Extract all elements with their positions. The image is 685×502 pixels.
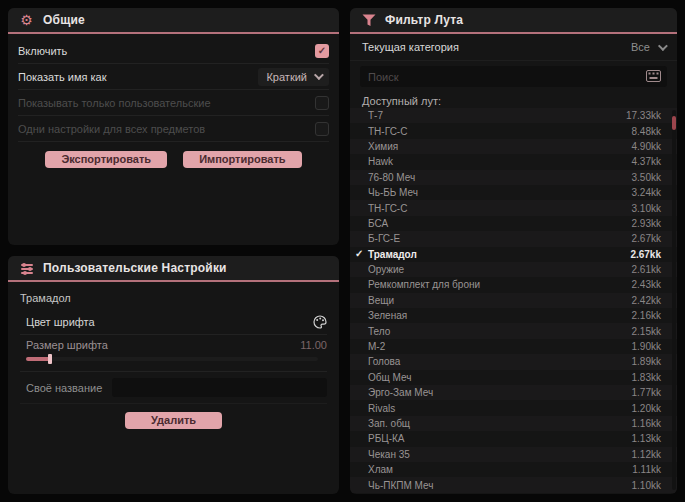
slider-thumb[interactable]: [48, 354, 52, 364]
available-loot-label: Доступный лут:: [362, 95, 665, 107]
loot-item-value: 2.67kk: [630, 249, 661, 260]
loot-list: Т-717.33kkТН-ГС-С8.48kkХимия4.90kkHawk4.…: [350, 108, 677, 492]
loot-item-name: Трамадол: [368, 249, 417, 260]
delete-button[interactable]: Удалить: [125, 412, 222, 429]
loot-item-row[interactable]: Зеленая2.16kk: [350, 308, 677, 323]
custom-name-input[interactable]: [112, 378, 327, 397]
general-panel: ⚙ Общие Включить ✓ Показать имя как Крат…: [8, 8, 339, 245]
loot-item-value: 8.48kk: [632, 126, 661, 137]
loot-item-name: Rivals: [368, 403, 395, 414]
loot-item-name: Чь-ПКПМ Меч: [368, 480, 433, 491]
single-settings-label: Одни настройки для всех предметов: [18, 123, 205, 135]
enable-checkbox[interactable]: ✓: [315, 44, 329, 58]
loot-item-value: 2.43kk: [632, 279, 661, 290]
loot-item-row[interactable]: Чь-БЬ Меч3.24kk: [350, 185, 677, 200]
font-size-slider[interactable]: [26, 354, 318, 364]
loot-item-row[interactable]: 76-80 Меч3.50kk: [350, 170, 677, 185]
loot-item-row[interactable]: Эрго-Зам Меч1.77kk: [350, 385, 677, 400]
chevron-down-icon: [658, 41, 668, 51]
category-label: Текущая категория: [362, 41, 459, 53]
loot-item-row[interactable]: Оружие2.61kk: [350, 262, 677, 277]
name-format-select[interactable]: Краткий: [258, 68, 329, 86]
search-input[interactable]: [360, 66, 667, 87]
loot-item-row[interactable]: Чекан 351.12kk: [350, 447, 677, 462]
import-button[interactable]: Импортировать: [183, 151, 301, 168]
loot-item-name: Оружие: [368, 264, 404, 275]
loot-item-row[interactable]: Чь-ПКПМ Меч1.10kk: [350, 477, 677, 492]
loot-item-name: РБЦ-КА: [368, 433, 404, 444]
keyboard-icon[interactable]: [646, 70, 661, 82]
font-size-label: Размер шрифта: [26, 339, 108, 351]
loot-item-name: Б-ГС-Е: [368, 233, 400, 244]
category-value: Все: [631, 41, 650, 53]
loot-item-row[interactable]: Зап. общ1.16kk: [350, 416, 677, 431]
loot-item-value: 4.37kk: [632, 156, 661, 167]
loot-item-name: 76-80 Меч: [368, 172, 415, 183]
loot-item-name: Общ Меч: [368, 372, 411, 383]
loot-item-name: Hawk: [368, 156, 393, 167]
loot-item-name: Голова: [368, 356, 400, 367]
loot-item-value: 1.89kk: [632, 356, 661, 367]
loot-item-value: 2.61kk: [632, 264, 661, 275]
loot-item-row[interactable]: Т-717.33kk: [350, 108, 677, 123]
loot-item-value: 1.20kk: [632, 403, 661, 414]
palette-icon[interactable]: [313, 315, 327, 329]
loot-item-row[interactable]: ✓Трамадол2.67kk: [350, 247, 677, 262]
loot-item-row[interactable]: Химия4.90kk: [350, 139, 677, 154]
loot-item-row[interactable]: Общ Меч1.83kk: [350, 370, 677, 385]
loot-item-value: 3.50kk: [632, 172, 661, 183]
user-settings-icon: [19, 261, 34, 276]
loot-item-row[interactable]: Вещи2.42kk: [350, 293, 677, 308]
loot-item-value: 1.11kk: [632, 464, 661, 475]
loot-item-row[interactable]: БСА2.93kk: [350, 216, 677, 231]
font-color-label: Цвет шрифта: [26, 316, 95, 328]
loot-item-row[interactable]: Rivals1.20kk: [350, 400, 677, 415]
loot-item-row[interactable]: Тело2.15kk: [350, 323, 677, 338]
loot-item-row[interactable]: Hawk4.37kk: [350, 154, 677, 169]
loot-item-value: 1.77kk: [632, 387, 661, 398]
scrollbar[interactable]: [672, 110, 676, 490]
loot-item-name: М-2: [368, 341, 385, 352]
loot-item-row[interactable]: ТН-ГС-С8.48kk: [350, 123, 677, 138]
loot-item-value: 3.10kk: [632, 203, 661, 214]
loot-item-value: 3.24kk: [632, 187, 661, 198]
category-select[interactable]: Все: [631, 41, 665, 53]
slider-fill: [26, 357, 50, 361]
loot-item-row[interactable]: Голова1.89kk: [350, 354, 677, 369]
loot-item-value: 4.90kk: [632, 141, 661, 152]
show-only-custom-row: Показывать только пользовательские: [18, 90, 329, 116]
loot-item-row[interactable]: Хлам1.11kk: [350, 462, 677, 477]
loot-item-name: Чекан 35: [368, 449, 410, 460]
scrollbar-thumb[interactable]: [672, 116, 676, 130]
loot-item-value: 1.16kk: [632, 418, 661, 429]
custom-name-row: Своё название: [20, 372, 327, 404]
single-settings-row: Одни настройки для всех предметов: [18, 116, 329, 142]
loot-item-row[interactable]: Ремкомплект для брони2.43kk: [350, 277, 677, 292]
loot-item-value: 2.15kk: [632, 326, 661, 337]
name-format-row: Показать имя как Краткий: [18, 64, 329, 90]
loot-filter-panel-title: Фильтр Лута: [385, 13, 463, 27]
loot-item-value: 17.33kk: [626, 110, 661, 121]
loot-item-value: 1.10kk: [632, 480, 661, 491]
loot-filter-panel-header: Фильтр Лута: [350, 8, 677, 34]
font-color-row[interactable]: Цвет шрифта: [20, 310, 327, 335]
loot-item-name: Химия: [368, 141, 398, 152]
loot-item-name: Тело: [368, 326, 390, 337]
loot-item-row[interactable]: РБЦ-КА1.13kk: [350, 431, 677, 446]
loot-item-name: ТН-ГС-С: [368, 203, 407, 214]
export-button[interactable]: Экспортировать: [45, 151, 167, 168]
check-icon: ✓: [355, 248, 363, 259]
loot-item-name: Зеленая: [368, 310, 407, 321]
funnel-icon: [361, 13, 376, 28]
show-only-custom-checkbox[interactable]: [315, 96, 329, 110]
loot-item-value: 1.12kk: [632, 449, 661, 460]
loot-item-row[interactable]: М-21.90kk: [350, 339, 677, 354]
single-settings-checkbox[interactable]: [315, 122, 329, 136]
loot-item-row[interactable]: Б-ГС-Е2.67kk: [350, 231, 677, 246]
loot-item-value: 2.42kk: [632, 295, 661, 306]
loot-item-name: Зап. общ: [368, 418, 410, 429]
loot-item-name: Ремкомплект для брони: [368, 279, 480, 290]
name-format-value: Краткий: [266, 71, 307, 83]
loot-item-row[interactable]: ТН-ГС-С3.10kk: [350, 200, 677, 215]
loot-item-value: 1.83kk: [632, 372, 661, 383]
